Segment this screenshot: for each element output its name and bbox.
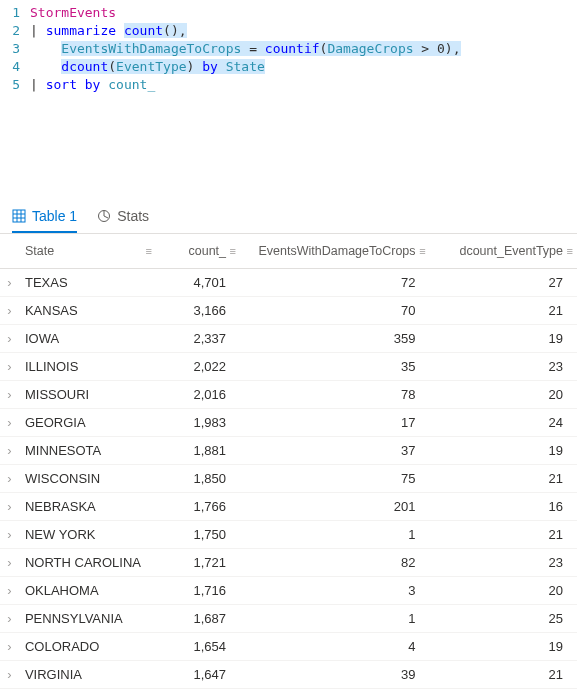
token-function: dcount (61, 59, 108, 74)
line-number: 5 (0, 76, 20, 94)
token-equals: = (241, 41, 264, 56)
table-row[interactable]: ›COLORADO1,654419 (0, 633, 577, 661)
code-editor[interactable]: 1 2 3 4 5 StormEvents| summarize count()… (0, 0, 577, 105)
table-row[interactable]: ›PENNSYLVANIA1,687125 (0, 605, 577, 633)
cell-dcount: 21 (430, 297, 577, 325)
cell-dcount: 21 (430, 521, 577, 549)
cell-count: 1,850 (156, 465, 240, 493)
cell-dcount: 25 (430, 605, 577, 633)
row-expander-icon[interactable]: › (0, 633, 19, 661)
cell-crops: 1 (240, 605, 430, 633)
cell-count: 4,701 (156, 269, 240, 297)
code-line-4[interactable]: dcount(EventType) by State (30, 58, 577, 76)
tab-label: Stats (117, 208, 149, 224)
code-content[interactable]: StormEvents| summarize count(), EventsWi… (30, 4, 577, 94)
cell-dcount: 23 (430, 353, 577, 381)
cell-state: KANSAS (19, 297, 156, 325)
token-column: count_ (108, 77, 155, 92)
row-expander-icon[interactable]: › (0, 577, 19, 605)
header-crops[interactable]: EventsWithDamageToCrops ≡ (240, 234, 430, 269)
cell-count: 1,716 (156, 577, 240, 605)
row-expander-icon[interactable]: › (0, 269, 19, 297)
tab-stats[interactable]: Stats (97, 200, 149, 233)
column-menu-icon[interactable]: ≡ (145, 245, 151, 257)
table-row[interactable]: ›NEBRASKA1,76620116 (0, 493, 577, 521)
cell-crops: 78 (240, 381, 430, 409)
stats-icon (97, 209, 111, 223)
table-row[interactable]: ›MICHIGAN1,637722 (0, 689, 577, 694)
token-pipe: | (30, 77, 38, 92)
cell-count: 1,647 (156, 661, 240, 689)
cell-count: 1,687 (156, 605, 240, 633)
column-menu-icon[interactable]: ≡ (567, 245, 573, 257)
line-number: 3 (0, 40, 20, 58)
token-alias: EventsWithDamageToCrops (61, 41, 241, 56)
code-line-5[interactable]: | sort by count_ (30, 76, 577, 94)
header-expander (0, 234, 19, 269)
tab-table[interactable]: Table 1 (12, 200, 77, 233)
table-row[interactable]: ›MINNESOTA1,8813719 (0, 437, 577, 465)
cell-state: MINNESOTA (19, 437, 156, 465)
token-keyword: summarize (46, 23, 116, 38)
row-expander-icon[interactable]: › (0, 549, 19, 577)
code-line-1[interactable]: StormEvents (30, 4, 577, 22)
cell-crops: 35 (240, 353, 430, 381)
table-row[interactable]: ›ILLINOIS2,0223523 (0, 353, 577, 381)
header-dcount[interactable]: dcount_EventType ≡ (430, 234, 577, 269)
row-expander-icon[interactable]: › (0, 465, 19, 493)
row-expander-icon[interactable]: › (0, 605, 19, 633)
cell-count: 1,881 (156, 437, 240, 465)
cell-crops: 1 (240, 521, 430, 549)
table-row[interactable]: ›KANSAS3,1667021 (0, 297, 577, 325)
token-comma: , (453, 41, 461, 56)
cell-state: VIRGINIA (19, 661, 156, 689)
header-state[interactable]: State ≡ (19, 234, 156, 269)
cell-count: 2,016 (156, 381, 240, 409)
code-line-3[interactable]: EventsWithDamageToCrops = countif(Damage… (30, 40, 577, 58)
line-number: 1 (0, 4, 20, 22)
row-expander-icon[interactable]: › (0, 353, 19, 381)
row-expander-icon[interactable]: › (0, 521, 19, 549)
cell-dcount: 19 (430, 437, 577, 465)
table-row[interactable]: ›GEORGIA1,9831724 (0, 409, 577, 437)
cell-dcount: 23 (430, 549, 577, 577)
svg-line-7 (104, 216, 108, 218)
token-operator: > (414, 41, 437, 56)
table-row[interactable]: ›TEXAS4,7017227 (0, 269, 577, 297)
table-row[interactable]: ›NEW YORK1,750121 (0, 521, 577, 549)
line-gutter: 1 2 3 4 5 (0, 4, 30, 94)
row-expander-icon[interactable]: › (0, 689, 19, 694)
cell-count: 1,750 (156, 521, 240, 549)
row-expander-icon[interactable]: › (0, 381, 19, 409)
cell-state: MICHIGAN (19, 689, 156, 694)
column-menu-icon[interactable]: ≡ (419, 245, 425, 257)
row-expander-icon[interactable]: › (0, 437, 19, 465)
row-expander-icon[interactable]: › (0, 297, 19, 325)
cell-dcount: 21 (430, 465, 577, 493)
table-row[interactable]: ›OKLAHOMA1,716320 (0, 577, 577, 605)
code-line-2[interactable]: | summarize count(), (30, 22, 577, 40)
row-expander-icon[interactable]: › (0, 493, 19, 521)
cell-state: OKLAHOMA (19, 577, 156, 605)
row-expander-icon[interactable]: › (0, 661, 19, 689)
row-expander-icon[interactable]: › (0, 325, 19, 353)
column-menu-icon[interactable]: ≡ (230, 245, 236, 257)
header-count[interactable]: count_ ≡ (156, 234, 240, 269)
token-paren: ) (445, 41, 453, 56)
table-row[interactable]: ›NORTH CAROLINA1,7218223 (0, 549, 577, 577)
token-number: 0 (437, 41, 445, 56)
table-row[interactable]: ›IOWA2,33735919 (0, 325, 577, 353)
row-expander-icon[interactable]: › (0, 409, 19, 437)
table-row[interactable]: ›WISCONSIN1,8507521 (0, 465, 577, 493)
table-row[interactable]: ›MISSOURI2,0167820 (0, 381, 577, 409)
token-paren: ( (163, 23, 171, 38)
cell-state: GEORGIA (19, 409, 156, 437)
table-row[interactable]: ›VIRGINIA1,6473921 (0, 661, 577, 689)
token-pipe: | (30, 23, 38, 38)
cell-crops: 3 (240, 577, 430, 605)
cell-dcount: 19 (430, 633, 577, 661)
svg-rect-0 (13, 210, 25, 222)
cell-state: COLORADO (19, 633, 156, 661)
token-column: State (226, 59, 265, 74)
cell-state: IOWA (19, 325, 156, 353)
